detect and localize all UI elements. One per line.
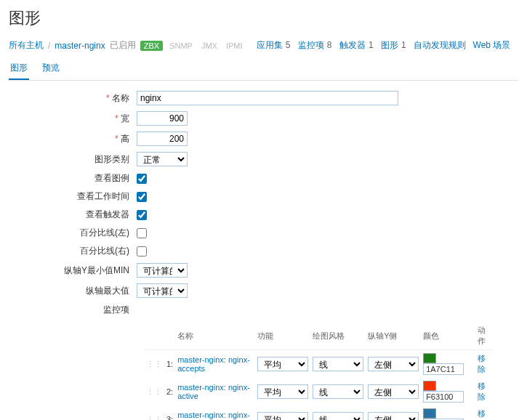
tag-snmp: SNMP [167,41,195,51]
nav-count: 1 [366,40,374,50]
remove-link[interactable]: 移除 [478,409,486,420]
color-code[interactable]: F63100 [423,391,464,403]
item-name-link[interactable]: master-nginx: nginx-accepts [177,355,250,373]
th-style: 绘图风格 [310,322,366,350]
label-percent-right: 百分比线(右) [9,245,137,257]
color-swatch[interactable] [423,381,436,391]
tab-preview[interactable]: 预览 [41,57,61,80]
breadcrumb-host[interactable]: master-nginx [55,41,105,51]
tag-jmx: JMX [199,41,220,51]
nav-count: 8 [325,40,332,50]
th-func: 功能 [255,322,310,350]
th-action: 动作 [475,322,493,350]
triggers-checkbox[interactable] [137,210,147,220]
tag-ipmi: IPMI [224,41,245,51]
nav-link[interactable]: 自动发现规则 [414,40,466,50]
yaxis-select[interactable]: 左侧 [368,384,419,399]
func-select[interactable]: 平均 [257,357,308,371]
ymax-select[interactable]: 可计算的 [137,283,188,298]
th-name: 名称 [175,322,255,350]
drag-icon[interactable]: ⋮⋮ [146,360,162,368]
item-name-link[interactable]: master-nginx: nginx-active [177,383,250,400]
style-select[interactable]: 线 [313,357,363,371]
label-triggers: 查看触发器 [9,209,137,221]
nav-link[interactable]: Web 场景 [473,40,511,50]
label-name: 名称 [9,92,137,105]
item-name-link[interactable]: master-nginx: nginx-handled [177,411,250,420]
table-row: ⋮⋮2:master-nginx: nginx-active平均线左侧 F631… [144,378,493,405]
yaxis-select[interactable]: 左侧 [368,412,419,420]
nav-link[interactable]: 监控项 [298,40,324,50]
label-width: 宽 [9,113,137,125]
worktime-checkbox[interactable] [137,192,147,202]
ymin-select[interactable]: 可计算的 [137,263,188,278]
color-code[interactable]: 1A7C11 [423,363,464,375]
breadcrumb: 所有主机 / master-nginx 已启用 ZBX SNMP JMX IPM… [9,39,518,52]
row-index: 1: [164,350,175,379]
label-percent-left: 百分比线(左) [9,227,137,239]
label-type: 图形类别 [9,153,137,166]
th-yaxis: 纵轴Y侧 [366,322,421,350]
nav-count: 5 [283,40,291,50]
label-ymax: 纵轴最大值 [9,285,137,297]
remove-link[interactable]: 移除 [478,381,486,401]
drag-icon[interactable]: ⋮⋮ [146,387,162,396]
legend-checkbox[interactable] [137,174,147,184]
tag-zbx: ZBX [140,41,163,51]
name-field[interactable] [137,91,398,105]
width-field[interactable] [137,111,188,126]
tab-graph[interactable]: 图形 [9,57,29,80]
yaxis-select[interactable]: 左侧 [368,357,419,371]
color-swatch[interactable] [423,408,436,419]
row-index: 2: [164,378,175,405]
label-worktime: 查看工作时间 [9,190,137,203]
breadcrumb-sep: / [48,41,50,51]
nav-count: 1 [399,40,406,50]
label-ymin: 纵轴Y最小值MIN [9,264,137,277]
style-select[interactable]: 线 [313,384,363,399]
style-select[interactable]: 线 [313,412,363,420]
items-table: 名称 功能 绘图风格 纵轴Y侧 颜色 动作 ⋮⋮1:master-nginx: … [144,322,493,420]
th-color: 颜色 [421,322,475,350]
color-swatch[interactable] [423,353,436,363]
table-row: ⋮⋮3:master-nginx: nginx-handled平均线左侧 277… [144,405,493,420]
drag-icon[interactable]: ⋮⋮ [146,415,162,420]
tabs: 图形 预览 [9,57,518,81]
breadcrumb-all-hosts[interactable]: 所有主机 [9,39,44,52]
height-field[interactable] [137,132,188,146]
func-select[interactable]: 平均 [257,412,308,420]
nav-link[interactable]: 应用集 [257,40,283,50]
percent-left-checkbox[interactable] [137,228,147,238]
table-row: ⋮⋮1:master-nginx: nginx-accepts平均线左侧 1A7… [144,350,493,379]
label-items: 监控项 [9,304,137,316]
row-index: 3: [164,405,175,420]
func-select[interactable]: 平均 [257,384,308,399]
label-legend: 查看图例 [9,172,137,185]
page-title: 图形 [9,7,518,29]
percent-right-checkbox[interactable] [137,246,147,257]
nav-link[interactable]: 触发器 [339,40,366,50]
breadcrumb-enabled: 已启用 [110,39,136,52]
type-select[interactable]: 正常 [137,152,188,166]
label-height: 高 [9,133,137,145]
nav-link[interactable]: 图形 [381,40,398,50]
remove-link[interactable]: 移除 [478,354,486,373]
